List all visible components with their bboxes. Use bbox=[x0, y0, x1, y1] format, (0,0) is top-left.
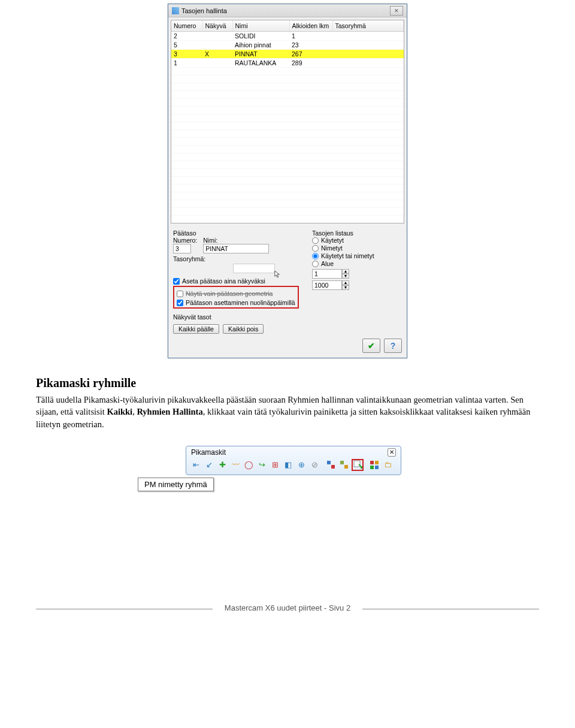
table-row bbox=[171, 161, 404, 168]
table-row bbox=[171, 137, 404, 145]
svg-rect-7 bbox=[370, 466, 374, 469]
tooltip: PM nimetty ryhmä bbox=[138, 478, 214, 491]
table-row bbox=[171, 114, 404, 122]
pm-folder-icon[interactable]: 🗀 bbox=[382, 459, 394, 471]
window-icon bbox=[172, 7, 179, 14]
bottom-panel: Päätaso Numero: Nimi: Tasoryhmä: bbox=[168, 226, 407, 339]
help-button[interactable]: ? bbox=[384, 339, 402, 353]
table-row bbox=[171, 192, 404, 200]
table-row bbox=[171, 98, 404, 106]
checkbox-nayta-vain-label: Näytä vain päätason geometria bbox=[186, 290, 273, 297]
check-icon: ✔ bbox=[368, 341, 375, 351]
svg-rect-6 bbox=[375, 461, 379, 464]
table-row bbox=[171, 75, 404, 83]
radio-kaytetyt-tai-nimetyt[interactable] bbox=[312, 253, 319, 259]
radio-nimetyt[interactable] bbox=[312, 245, 319, 252]
pm-circle-icon[interactable]: ◯ bbox=[243, 459, 255, 471]
pm-line-icon[interactable]: ↙ bbox=[203, 459, 215, 471]
nakyvat-tasot-label: Näkyvät tasot bbox=[173, 313, 306, 321]
kaikki-pois-button[interactable]: Kaikki pois bbox=[223, 324, 264, 334]
table-row[interactable]: 2SOLIDI1 bbox=[171, 31, 404, 40]
pm-globe-icon[interactable]: ⊕ bbox=[295, 459, 307, 471]
close-icon[interactable]: ✕ bbox=[388, 448, 396, 457]
pm-quad-icon[interactable] bbox=[368, 459, 380, 471]
pm-color2-icon[interactable] bbox=[338, 459, 350, 471]
spin-up-icon[interactable]: ▲ bbox=[342, 269, 349, 274]
section-heading: Pikamaski ryhmille bbox=[36, 376, 539, 390]
pm-color1-icon[interactable] bbox=[325, 459, 337, 471]
table-row bbox=[171, 145, 404, 153]
pm-named-group-icon[interactable] bbox=[352, 459, 364, 471]
pm-point-icon[interactable]: ⇤ bbox=[190, 459, 202, 471]
table-row[interactable]: 1RAUTALANKA289 bbox=[171, 58, 404, 67]
table-row[interactable]: 5Aihion pinnat23 bbox=[171, 40, 404, 49]
close-icon[interactable]: ✕ bbox=[390, 6, 403, 16]
layers-table-wrap: Numero Näkyvä Nimi Alkioiden lkm Tasoryh… bbox=[171, 20, 404, 223]
col-nakyva[interactable]: Näkyvä bbox=[202, 20, 232, 31]
radio-alue[interactable] bbox=[312, 261, 319, 267]
table-row bbox=[171, 129, 404, 137]
checkbox-paatason-asettaminen[interactable] bbox=[177, 300, 183, 306]
table-row bbox=[171, 90, 404, 98]
table-row bbox=[171, 106, 404, 114]
table-row bbox=[171, 67, 404, 75]
svg-rect-8 bbox=[375, 466, 379, 469]
table-row bbox=[171, 184, 404, 192]
ok-button[interactable]: ✔ bbox=[362, 339, 380, 353]
svg-rect-4 bbox=[354, 461, 360, 467]
checkbox-nayta-vain[interactable] bbox=[177, 291, 183, 297]
tasoryhma-label: Tasoryhmä: bbox=[173, 255, 306, 262]
paataso-label: Päätaso bbox=[173, 229, 306, 237]
checkbox-aseta-paataso[interactable] bbox=[173, 278, 180, 285]
pikamaskit-title: Pikamaskit bbox=[191, 448, 226, 457]
pm-plus-icon[interactable]: ✚ bbox=[216, 459, 228, 471]
highlighted-checkbox-area: Näytä vain päätason geometria Päätason a… bbox=[173, 286, 299, 309]
col-tasoryhma[interactable]: Tasoryhmä bbox=[332, 20, 404, 31]
nimi-label: Nimi: bbox=[203, 237, 269, 244]
radio-kaytetyt[interactable] bbox=[312, 237, 319, 244]
checkbox-paatason-asettaminen-label: Päätason asettaminen nuolinäppäimillä bbox=[186, 299, 295, 306]
dialog-titlebar: Tasojen hallinta ✕ bbox=[168, 4, 407, 17]
svg-rect-1 bbox=[331, 465, 335, 469]
layers-table: Numero Näkyvä Nimi Alkioiden lkm Tasoryh… bbox=[171, 20, 404, 223]
checkbox-aseta-paataso-label: Aseta päätaso aina näkyväksi bbox=[182, 277, 265, 285]
nimi-input[interactable] bbox=[203, 244, 269, 253]
table-row bbox=[171, 83, 404, 90]
col-numero[interactable]: Numero bbox=[171, 20, 202, 31]
pikamaskit-toolbar: Pikamaskit ✕ ⇤ ↙ ✚ 〰 ◯ ↪ ⊞ ◧ ⊕ ⊘ 🗀 bbox=[186, 446, 401, 475]
page-footer: Mastercam X6 uudet piirteet - Sivu 2 bbox=[0, 609, 575, 633]
pm-spline-icon[interactable]: 〰 bbox=[229, 459, 241, 471]
spin-up-icon[interactable]: ▲ bbox=[342, 280, 349, 285]
table-row bbox=[171, 122, 404, 129]
section-paragraph: Tällä uudella Pikamaski-työkalurivin pik… bbox=[36, 394, 539, 430]
cursor-icon bbox=[274, 270, 280, 279]
numero-input[interactable] bbox=[173, 244, 191, 253]
table-row bbox=[171, 200, 404, 207]
table-row bbox=[171, 168, 404, 176]
pm-grid-icon[interactable]: ⊞ bbox=[269, 459, 281, 471]
svg-rect-2 bbox=[340, 461, 344, 464]
layers-dialog: Tasojen hallinta ✕ Numero Näkyvä Nimi Al… bbox=[168, 4, 407, 358]
svg-rect-3 bbox=[344, 465, 348, 469]
pm-cube-icon[interactable]: ◧ bbox=[282, 459, 294, 471]
spin-down-icon[interactable]: ▼ bbox=[342, 285, 349, 290]
col-nimi[interactable]: Nimi bbox=[232, 20, 289, 31]
col-alkiot[interactable]: Alkioiden lkm bbox=[289, 20, 332, 31]
pm-disable-icon[interactable]: ⊘ bbox=[308, 459, 320, 471]
svg-rect-0 bbox=[327, 461, 331, 464]
table-row[interactable]: 3XPINNAT267 bbox=[171, 49, 404, 58]
table-row bbox=[171, 176, 404, 184]
svg-rect-5 bbox=[370, 461, 374, 464]
table-row bbox=[171, 207, 404, 215]
help-icon: ? bbox=[391, 341, 396, 351]
range-to-input[interactable] bbox=[312, 280, 342, 290]
tasojen-listaus-label: Tasojen listaus bbox=[312, 229, 402, 237]
spin-down-icon[interactable]: ▼ bbox=[342, 274, 349, 279]
numero-label: Numero: bbox=[173, 237, 197, 244]
tasoryhma-input[interactable] bbox=[233, 264, 275, 273]
dialog-title: Tasojen hallinta bbox=[181, 7, 227, 14]
pm-arrow-icon[interactable]: ↪ bbox=[256, 459, 268, 471]
kaikki-paalle-button[interactable]: Kaikki päälle bbox=[173, 324, 219, 334]
footer-text: Mastercam X6 uudet piirteet - Sivu 2 bbox=[213, 603, 362, 612]
range-from-input[interactable] bbox=[312, 269, 342, 279]
